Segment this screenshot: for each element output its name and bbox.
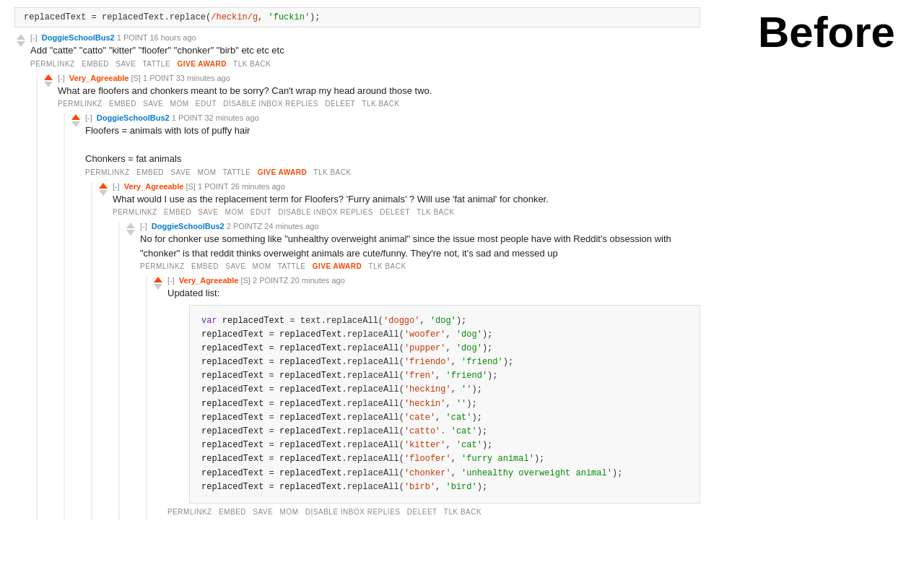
tlk-back-link[interactable]: TLK BACK	[313, 168, 351, 176]
upvote-button[interactable]	[126, 223, 135, 228]
embed-link[interactable]: embed	[136, 168, 164, 176]
nested-comment-5: [-] Very_Agreeable [S] 2 POINTZ 20 minut…	[146, 276, 700, 520]
comment-time: 16 hours ago	[149, 33, 196, 42]
collapse-button[interactable]: [-]	[58, 74, 65, 82]
embed-link[interactable]: embed	[219, 508, 246, 516]
comments-section: replacedText = replacedText.replace(/hec…	[0, 0, 707, 578]
permlinkz-link[interactable]: PERMLINKZ	[58, 100, 103, 108]
tlk-back-link[interactable]: TLK BACK	[233, 60, 271, 68]
comment-username[interactable]: Very_Agreeable	[179, 276, 239, 285]
mom-link[interactable]: MOM	[253, 262, 271, 270]
save-link[interactable]: SAVE	[225, 262, 245, 270]
mom-link[interactable]: MOM	[198, 168, 217, 176]
comment-points: 1 POINT	[198, 182, 231, 191]
comment-content: [-] Very_Agreeable [S] 2 POINTZ 20 minut…	[167, 276, 700, 520]
comment-tag: [S]	[131, 74, 143, 82]
upvote-button[interactable]	[44, 74, 53, 80]
tattle-link[interactable]: TATTLE	[278, 262, 306, 270]
comment-meta: [-] DoggieSchoolBus2 1 POINT 32 minutes …	[85, 113, 700, 122]
mom-link[interactable]: MOM	[170, 100, 189, 108]
downvote-button[interactable]	[71, 121, 80, 127]
comment-username[interactable]: Very_Agreeable	[124, 182, 184, 191]
edut-link[interactable]: EDUT	[250, 208, 271, 216]
permlinkz-link[interactable]: PERMLINKZ	[85, 168, 130, 176]
comment-tag: [S]	[186, 182, 198, 191]
save-link[interactable]: SAVE	[170, 168, 191, 176]
vote-controls	[152, 276, 165, 290]
downvote-button[interactable]	[44, 82, 53, 87]
comment-time: 32 minutes ago	[204, 113, 258, 122]
comment-body: What would I use as the replacement term…	[113, 192, 700, 207]
give-award-link[interactable]: give award	[313, 262, 362, 270]
comment-actions: PERMLINKZ embed SAVE MOM EDUT disable in…	[58, 100, 700, 108]
collapse-button[interactable]: [-]	[167, 276, 175, 285]
comment-body: Updated list:	[167, 286, 700, 301]
disable-inbox-link[interactable]: disable inbox replies	[278, 208, 373, 216]
comment-username[interactable]: DoggieSchoolBus2	[152, 222, 225, 230]
permlinkz-link[interactable]: PERMLINKZ	[140, 262, 185, 270]
comment-block: [-] DoggieSchoolBus2 1 POINT 16 hours ag…	[14, 33, 700, 520]
nested-comment-1: [-] Very_Agreeable [S] 1 POINT 33 minute…	[36, 74, 700, 520]
comment-actions: PERMLINKZ embed SAVE MOM TATTLE give awa…	[140, 262, 700, 270]
downvote-button[interactable]	[17, 41, 25, 47]
save-link[interactable]: SAVE	[143, 100, 163, 108]
comment-username[interactable]: DoggieSchoolBus2	[97, 113, 170, 122]
permlinkz-link[interactable]: PERMLINKZ	[167, 508, 212, 516]
tattle-link[interactable]: TATTLE	[223, 168, 251, 176]
embed-link[interactable]: embed	[82, 60, 109, 68]
give-award-link[interactable]: give award	[177, 60, 227, 68]
comment-meta: [-] DoggieSchoolBus2 1 POINT 16 hours ag…	[30, 33, 700, 42]
embed-link[interactable]: embed	[191, 262, 219, 270]
tlk-back-link[interactable]: TLK BACK	[362, 100, 399, 108]
tlk-back-link[interactable]: TLK BACK	[444, 508, 481, 516]
save-link[interactable]: SAVE	[253, 508, 273, 516]
collapse-button[interactable]: [-]	[113, 182, 120, 191]
upvote-button[interactable]	[17, 34, 25, 40]
comment-actions: PERMLINKZ embed SAVE MOM TATTLE give awa…	[85, 168, 700, 176]
downvote-button[interactable]	[99, 190, 108, 196]
comment-meta: [-] Very_Agreeable [S] 2 POINTZ 20 minut…	[167, 276, 700, 285]
comment-row: [-] DoggieSchoolBus2 1 POINT 16 hours ag…	[14, 33, 700, 72]
comment-meta: [-] Very_Agreeable [S] 1 POINT 26 minute…	[113, 182, 700, 191]
deleet-link[interactable]: DELEET	[325, 100, 355, 108]
tlk-back-link[interactable]: TLK BACK	[417, 208, 454, 216]
comment-row: [-] DoggieSchoolBus2 2 POINTZ 24 minutes…	[124, 222, 700, 275]
tlk-back-link[interactable]: TLK BACK	[368, 262, 406, 270]
comment-username[interactable]: DoggieSchoolBus2	[42, 33, 115, 42]
comment-meta: [-] Very_Agreeable [S] 1 POINT 33 minute…	[58, 74, 700, 82]
downvote-button[interactable]	[126, 230, 135, 236]
disable-inbox-link[interactable]: disable inbox replies	[223, 100, 318, 108]
embed-link[interactable]: embed	[109, 100, 136, 108]
top-code-snippet: replacedText = replacedText.replace(/hec…	[14, 7, 700, 27]
comment-meta: [-] DoggieSchoolBus2 2 POINTZ 24 minutes…	[140, 222, 700, 230]
collapse-button[interactable]: [-]	[85, 113, 92, 122]
give-award-link[interactable]: give award	[258, 168, 308, 176]
vote-controls	[69, 113, 82, 128]
mom-link[interactable]: MOM	[280, 508, 299, 516]
deleet-link[interactable]: DELEET	[407, 508, 437, 516]
save-link[interactable]: SAVE	[116, 60, 136, 68]
collapse-button[interactable]: [-]	[30, 33, 38, 42]
disable-inbox-link[interactable]: disable inbox replies	[305, 508, 401, 516]
embed-link[interactable]: embed	[164, 208, 191, 216]
comment-body: What are floofers and chonkers meant to …	[58, 84, 700, 98]
permlinkz-link[interactable]: PERMLINKZ	[30, 60, 75, 68]
comment-actions: PERMLINKZ embed SAVE MOM EDUT disable in…	[113, 208, 700, 216]
deleet-link[interactable]: DELEET	[380, 208, 410, 216]
upvote-button[interactable]	[71, 114, 80, 120]
edut-link[interactable]: EDUT	[196, 100, 217, 108]
mom-link[interactable]: MOM	[225, 208, 244, 216]
comment-body: No for chonker use something like "unhea…	[140, 232, 700, 260]
comment-tag: [S]	[240, 276, 253, 285]
comment-username[interactable]: Very_Agreeable	[69, 74, 129, 82]
vote-controls	[14, 33, 27, 48]
collapse-button[interactable]: [-]	[140, 222, 147, 230]
permlinkz-link[interactable]: PERMLINKZ	[113, 208, 157, 216]
upvote-button[interactable]	[99, 183, 108, 189]
save-link[interactable]: SAVE	[198, 208, 218, 216]
tattle-link[interactable]: TATTLE	[142, 60, 170, 68]
upvote-button[interactable]	[154, 277, 162, 282]
downvote-button[interactable]	[154, 284, 162, 290]
before-label: Before	[758, 7, 895, 57]
vote-controls	[124, 222, 137, 236]
